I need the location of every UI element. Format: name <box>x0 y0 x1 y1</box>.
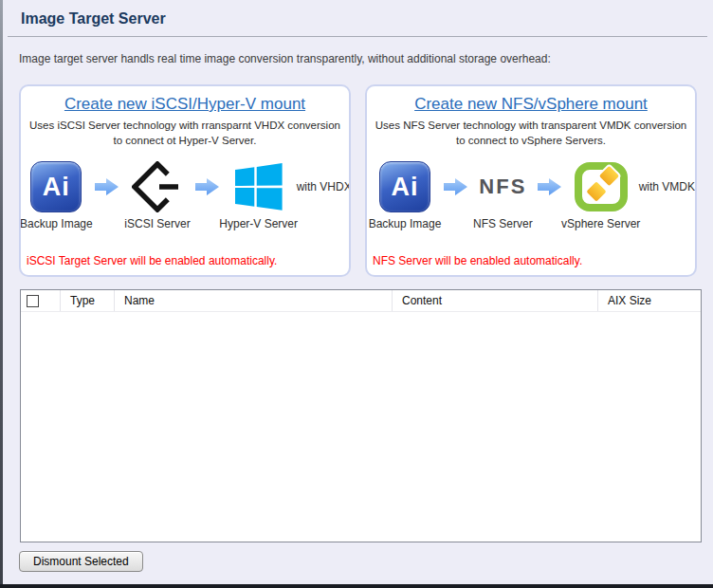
arrow-right-icon <box>195 159 220 214</box>
window-left-edge <box>0 0 3 588</box>
step-label: Backup Image <box>369 217 442 230</box>
iscsi-desc-line2: to connect ot Hyper-V Server. <box>114 135 257 146</box>
mount-option-panels: Create new iSCSI/Hyper-V mount Uses iSCS… <box>19 84 700 277</box>
column-header-name[interactable]: Name <box>115 290 393 311</box>
select-all-cell <box>21 290 61 311</box>
vsphere-server-step: vSphere Server <box>567 159 635 230</box>
nfs-desc-line1: Uses NFS Server technology with transpar… <box>375 119 687 131</box>
iscsi-auto-enable-note: iSCSI Target Server will be enabled auto… <box>27 254 349 267</box>
arrow-right-icon <box>538 159 562 214</box>
image-target-server-page: Image Target Server Image target server … <box>3 0 713 584</box>
arrow-right-icon <box>95 159 119 214</box>
nfs-panel-description: Uses NFS Server technology with transpar… <box>367 119 695 148</box>
page-subtitle: Image target server handls real time ima… <box>19 52 713 65</box>
backup-image-step: Ai Backup Image <box>22 159 90 230</box>
nfs-desc-line2: to connect to vSphere Servers. <box>456 135 606 146</box>
column-header-content[interactable]: Content <box>393 290 598 311</box>
arrow-right-icon <box>444 159 468 214</box>
step-label: iSCSI Server <box>124 217 190 230</box>
nfs-server-step: NFS NFS Server <box>473 159 533 230</box>
vhdx-annotation: with VHDX <box>297 159 351 214</box>
vsphere-icon <box>575 162 628 211</box>
window-bottom-edge <box>0 584 713 588</box>
step-label: NFS Server <box>473 217 533 230</box>
ai-backup-icon: Ai <box>379 161 430 212</box>
create-nfs-mount-link[interactable]: Create new NFS/vSphere mount <box>367 95 695 114</box>
iscsi-hyperv-panel: Create new iSCSI/Hyper-V mount Uses iSCS… <box>19 84 351 277</box>
title-divider <box>8 36 707 37</box>
step-label: Hyper-V Server <box>219 217 298 230</box>
table-header-row: Type Name Content AIX Size <box>21 290 701 312</box>
nfs-auto-enable-note: NFS Server will be enabled automatically… <box>373 254 695 267</box>
nfs-vsphere-panel: Create new NFS/vSphere mount Uses NFS Se… <box>365 84 697 277</box>
page-title: Image Target Server <box>21 10 713 28</box>
step-label: vSphere Server <box>561 217 640 230</box>
vmdk-annotation: with VMDK <box>639 159 695 214</box>
windows-icon <box>235 163 283 211</box>
iscsi-panel-description: Uses iSCSI Server technology with rransp… <box>21 119 349 148</box>
hyperv-server-step: Hyper-V Server <box>225 159 293 230</box>
iscsi-desc-line1: Uses iSCSI Server technology with rransp… <box>29 119 340 131</box>
iscsi-target-icon <box>132 161 183 212</box>
mounted-images-table: Type Name Content AIX Size <box>20 289 702 542</box>
create-iscsi-mount-link[interactable]: Create new iSCSI/Hyper-V mount <box>21 95 349 114</box>
nfs-flow-diagram: Ai Backup Image NFS NFS Server <box>367 159 695 230</box>
ai-backup-icon: Ai <box>30 161 82 212</box>
nfs-text-icon: NFS <box>479 175 526 199</box>
table-body-empty <box>21 312 701 542</box>
column-header-aix-size[interactable]: AIX Size <box>598 290 701 311</box>
iscsi-server-step: iSCSI Server <box>124 159 190 230</box>
iscsi-flow-diagram: Ai Backup Image iSCSI Server <box>21 159 349 230</box>
step-label: Backup Image <box>20 217 93 230</box>
dismount-selected-button[interactable]: Dismount Selected <box>19 551 143 572</box>
backup-image-step: Ai Backup Image <box>371 159 439 230</box>
column-header-type[interactable]: Type <box>61 290 115 311</box>
select-all-checkbox[interactable] <box>27 295 39 307</box>
